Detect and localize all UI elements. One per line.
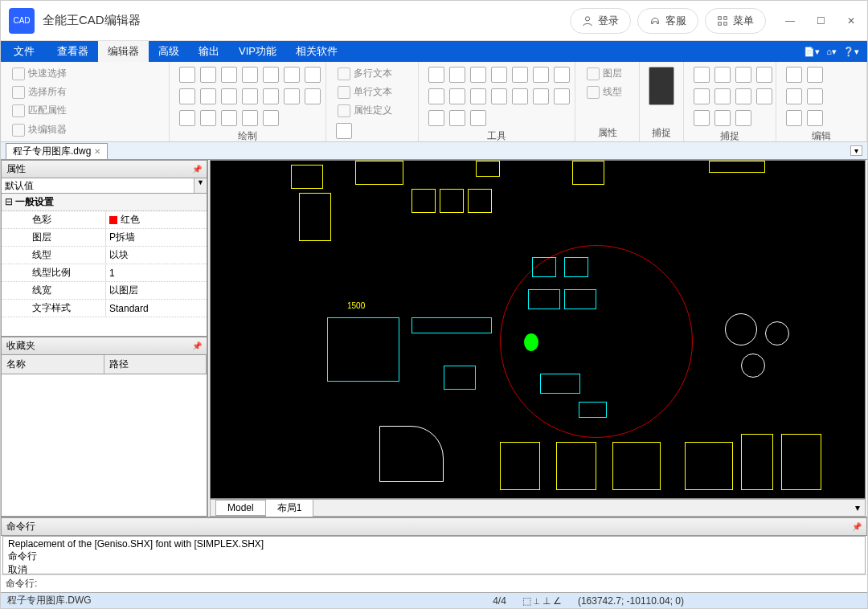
tab-output[interactable]: 输出 bbox=[189, 41, 229, 62]
e4-icon[interactable] bbox=[756, 67, 772, 83]
fav-panel-header[interactable]: 收藏夹 📌 bbox=[1, 337, 207, 355]
service-button[interactable]: 客服 bbox=[637, 8, 698, 34]
explode-icon[interactable] bbox=[533, 88, 549, 104]
break-icon[interactable] bbox=[470, 88, 486, 104]
cmd-input[interactable] bbox=[42, 577, 862, 591]
attrdef-button[interactable]: 属性定义 bbox=[334, 102, 395, 119]
fav-body[interactable] bbox=[1, 374, 207, 517]
doc-tab-dropdown[interactable]: ▾ bbox=[850, 145, 862, 156]
stretch-icon[interactable] bbox=[449, 110, 465, 126]
line-icon[interactable] bbox=[179, 67, 195, 83]
tab-editor[interactable]: 编辑器 bbox=[98, 41, 149, 62]
menu-button[interactable]: 菜单 bbox=[705, 8, 766, 34]
join-icon[interactable] bbox=[554, 88, 570, 104]
e3-icon[interactable] bbox=[735, 67, 751, 83]
cloud-icon[interactable] bbox=[200, 110, 216, 126]
rect-icon[interactable] bbox=[221, 67, 237, 83]
cmd-header[interactable]: 命令行 📌 bbox=[1, 517, 867, 536]
e6-icon[interactable] bbox=[714, 88, 731, 104]
doc-tab-active[interactable]: 程子专用图库.dwg ✕ bbox=[6, 143, 108, 159]
prop-row-lweight[interactable]: 线宽以图层 bbox=[2, 282, 207, 300]
e2-icon[interactable] bbox=[714, 67, 731, 83]
linetype-button[interactable]: 线型 bbox=[583, 84, 625, 100]
mtext-button[interactable]: 多行文本 bbox=[334, 65, 395, 82]
layer-button[interactable]: 图层 bbox=[583, 65, 625, 82]
prop-row-linetype[interactable]: 线型以块 bbox=[2, 247, 207, 264]
cmd-log[interactable]: Replacement of the [Geniso.SHX] font wit… bbox=[2, 536, 866, 574]
select-all-button[interactable]: 选择所有 bbox=[9, 84, 70, 100]
pin-icon[interactable]: ⌂▾ bbox=[826, 47, 837, 57]
close-button[interactable]: ✕ bbox=[843, 15, 859, 27]
array-icon[interactable] bbox=[554, 67, 570, 83]
ed4-icon[interactable] bbox=[807, 88, 823, 104]
trim-icon[interactable] bbox=[428, 88, 444, 104]
d5-icon[interactable] bbox=[263, 110, 279, 126]
arc-icon[interactable] bbox=[242, 67, 258, 83]
fillet-icon[interactable] bbox=[491, 88, 507, 104]
donut-icon[interactable] bbox=[179, 110, 195, 126]
polygon2-icon[interactable] bbox=[221, 88, 237, 104]
prop-category[interactable]: 一般设置 bbox=[2, 194, 207, 211]
rotate-icon[interactable] bbox=[512, 67, 528, 83]
mirror-icon[interactable] bbox=[470, 67, 486, 83]
e11-icon[interactable] bbox=[735, 110, 751, 126]
spline-icon[interactable] bbox=[263, 67, 279, 83]
prop-row-lscale[interactable]: 线型比例1 bbox=[2, 264, 207, 282]
align-icon[interactable] bbox=[428, 110, 444, 126]
ed3-icon[interactable] bbox=[786, 88, 802, 104]
text1-icon[interactable] bbox=[336, 123, 352, 139]
tab-vip[interactable]: VIP功能 bbox=[229, 41, 286, 62]
pin-icon[interactable]: 📌 bbox=[192, 341, 202, 350]
table-icon[interactable] bbox=[242, 110, 258, 126]
minimize-button[interactable]: — bbox=[782, 15, 798, 27]
e7-icon[interactable] bbox=[735, 88, 751, 104]
hatch-icon[interactable] bbox=[305, 67, 321, 83]
chamfer-icon[interactable] bbox=[512, 88, 528, 104]
pin-icon[interactable]: 📌 bbox=[192, 165, 202, 174]
e1-icon[interactable] bbox=[694, 67, 710, 83]
block-editor-button[interactable]: 块编辑器 bbox=[9, 121, 99, 138]
layout-tab-1[interactable]: 布局1 bbox=[265, 499, 314, 517]
ed6-icon[interactable] bbox=[807, 110, 823, 126]
tab-related[interactable]: 相关软件 bbox=[286, 41, 347, 62]
tab-advanced[interactable]: 高级 bbox=[149, 41, 189, 62]
quick-select-button[interactable]: 快速选择 bbox=[9, 65, 70, 82]
region-icon[interactable] bbox=[305, 88, 321, 104]
scale-icon[interactable] bbox=[533, 67, 549, 83]
cad-canvas[interactable]: 1500 bbox=[210, 160, 866, 499]
circle-icon[interactable] bbox=[179, 88, 195, 104]
copy-icon[interactable] bbox=[449, 67, 465, 83]
help-icon[interactable]: ❔▾ bbox=[843, 47, 859, 57]
default-dropdown[interactable]: ▼ bbox=[194, 178, 207, 193]
match-attr-button[interactable]: 匹配属性 bbox=[9, 102, 70, 119]
offset-icon[interactable] bbox=[491, 67, 507, 83]
e8-icon[interactable] bbox=[756, 88, 772, 104]
point-icon[interactable] bbox=[242, 88, 258, 104]
prop-row-color[interactable]: 色彩 红色 bbox=[2, 211, 207, 229]
property-grid[interactable]: 一般设置 色彩 红色 图层P拆墙 线型以块 线型比例1 线宽以图层 文字样式St… bbox=[1, 194, 207, 337]
polyline-icon[interactable] bbox=[200, 67, 216, 83]
arc2-icon[interactable] bbox=[200, 88, 216, 104]
stext-button[interactable]: 单行文本 bbox=[334, 84, 395, 100]
ed1-icon[interactable] bbox=[786, 67, 802, 83]
e5-icon[interactable] bbox=[694, 88, 710, 104]
snap-big-icon[interactable] bbox=[649, 67, 674, 105]
tool-dropdown-icon[interactable]: 📄▾ bbox=[804, 47, 820, 57]
login-button[interactable]: 登录 bbox=[570, 8, 631, 34]
maximize-button[interactable]: ☐ bbox=[813, 15, 829, 27]
layout-dropdown[interactable]: ▾ bbox=[855, 502, 860, 513]
lengthen-icon[interactable] bbox=[470, 110, 486, 126]
default-value-input[interactable] bbox=[2, 178, 194, 193]
doc-close-icon[interactable]: ✕ bbox=[94, 147, 100, 156]
ray-icon[interactable] bbox=[263, 88, 279, 104]
layout-tab-model[interactable]: Model bbox=[215, 500, 266, 516]
ellipse-icon[interactable] bbox=[284, 67, 300, 83]
wipeout-icon[interactable] bbox=[221, 110, 237, 126]
move-icon[interactable] bbox=[428, 67, 444, 83]
e10-icon[interactable] bbox=[714, 110, 731, 126]
ed5-icon[interactable] bbox=[786, 110, 802, 126]
prop-row-layer[interactable]: 图层P拆墙 bbox=[2, 229, 207, 247]
tab-file[interactable]: 文件 bbox=[1, 41, 47, 62]
xline-icon[interactable] bbox=[284, 88, 300, 104]
extend-icon[interactable] bbox=[449, 88, 465, 104]
